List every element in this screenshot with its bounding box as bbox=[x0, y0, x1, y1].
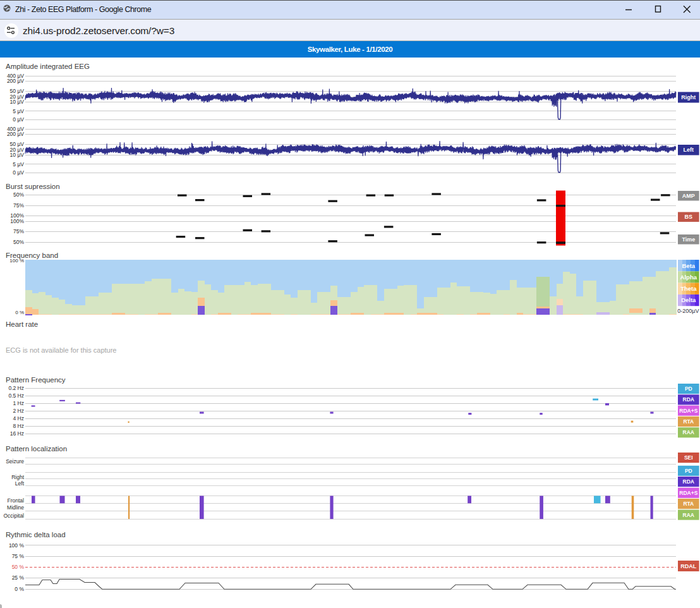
svg-text:Occipital: Occipital bbox=[3, 513, 24, 519]
svg-text:75%: 75% bbox=[13, 202, 24, 209]
svg-text:10 µV: 10 µV bbox=[10, 99, 25, 105]
svg-text:PD: PD bbox=[685, 468, 692, 474]
svg-text:100 %: 100 % bbox=[9, 542, 25, 549]
svg-text:Pattern Frequency: Pattern Frequency bbox=[6, 376, 66, 384]
svg-text:25 %: 25 % bbox=[12, 575, 25, 581]
svg-text:BS: BS bbox=[685, 214, 693, 220]
svg-text:1 Hz: 1 Hz bbox=[13, 400, 24, 406]
svg-text:RDA: RDA bbox=[683, 478, 694, 485]
svg-text:Theta: Theta bbox=[680, 285, 697, 292]
svg-text:0 µV: 0 µV bbox=[13, 169, 24, 176]
svg-text:5 µV: 5 µV bbox=[13, 161, 24, 167]
svg-text:Right: Right bbox=[11, 474, 24, 480]
svg-text:Left: Left bbox=[15, 480, 25, 487]
svg-text:Pattern localization: Pattern localization bbox=[6, 445, 67, 453]
svg-text:SEI: SEI bbox=[684, 454, 693, 461]
svg-text:10 µV: 10 µV bbox=[10, 152, 25, 158]
svg-text:200 µV: 200 µV bbox=[7, 131, 24, 137]
svg-text:RAA: RAA bbox=[683, 512, 694, 518]
svg-text:0-200µV: 0-200µV bbox=[677, 308, 699, 314]
svg-text:RTA: RTA bbox=[683, 418, 694, 425]
svg-text:Frontal: Frontal bbox=[8, 497, 25, 504]
svg-text:Seizure: Seizure bbox=[6, 458, 24, 465]
svg-text:0 µV: 0 µV bbox=[13, 116, 24, 123]
svg-text:5 µV: 5 µV bbox=[13, 108, 24, 114]
svg-text:RDA+S: RDA+S bbox=[679, 408, 697, 414]
svg-text:RDA+S: RDA+S bbox=[679, 490, 697, 496]
svg-text:Delta: Delta bbox=[681, 296, 696, 303]
svg-text:0 %: 0 % bbox=[15, 310, 24, 315]
svg-text:ECG is not available for this: ECG is not available for this capture bbox=[6, 346, 116, 354]
svg-text:200 µV: 200 µV bbox=[7, 78, 24, 84]
svg-text:100 %: 100 % bbox=[9, 258, 24, 264]
svg-text:75%: 75% bbox=[13, 228, 24, 234]
svg-text:RTA: RTA bbox=[683, 501, 694, 507]
svg-text:AMP: AMP bbox=[682, 193, 695, 199]
svg-text:0.2 Hz: 0.2 Hz bbox=[8, 385, 24, 391]
svg-text:RDAL: RDAL bbox=[680, 563, 696, 569]
svg-text:Left: Left bbox=[684, 147, 694, 153]
svg-text:8 Hz: 8 Hz bbox=[13, 423, 24, 429]
svg-text:RDA: RDA bbox=[683, 396, 694, 403]
svg-text:4 Hz: 4 Hz bbox=[13, 415, 24, 422]
svg-text:Amplitude integrated EEG: Amplitude integrated EEG bbox=[6, 63, 90, 70]
svg-text:0 %: 0 % bbox=[15, 586, 24, 592]
svg-text:Alpha: Alpha bbox=[680, 274, 697, 281]
svg-text:2 Hz: 2 Hz bbox=[13, 408, 24, 414]
svg-text:50%: 50% bbox=[13, 239, 24, 245]
svg-text:50 %: 50 % bbox=[12, 564, 25, 570]
svg-text:RAA: RAA bbox=[683, 429, 694, 435]
svg-text:Time: Time bbox=[682, 236, 695, 243]
svg-text:50%: 50% bbox=[13, 192, 24, 198]
svg-text:16 Hz: 16 Hz bbox=[10, 430, 24, 437]
svg-text:Beta: Beta bbox=[682, 262, 696, 269]
svg-text:Rythmic delta load: Rythmic delta load bbox=[6, 531, 66, 538]
svg-text:PD: PD bbox=[685, 386, 692, 392]
svg-text:Right: Right bbox=[681, 94, 696, 100]
svg-text:75 %: 75 % bbox=[12, 553, 25, 559]
svg-text:Heart rate: Heart rate bbox=[6, 320, 38, 328]
svg-text:0.5 Hz: 0.5 Hz bbox=[8, 392, 24, 399]
svg-text:Burst supression: Burst supression bbox=[6, 183, 60, 190]
svg-text:100%: 100% bbox=[10, 218, 24, 224]
svg-text:Midline: Midline bbox=[7, 504, 24, 511]
